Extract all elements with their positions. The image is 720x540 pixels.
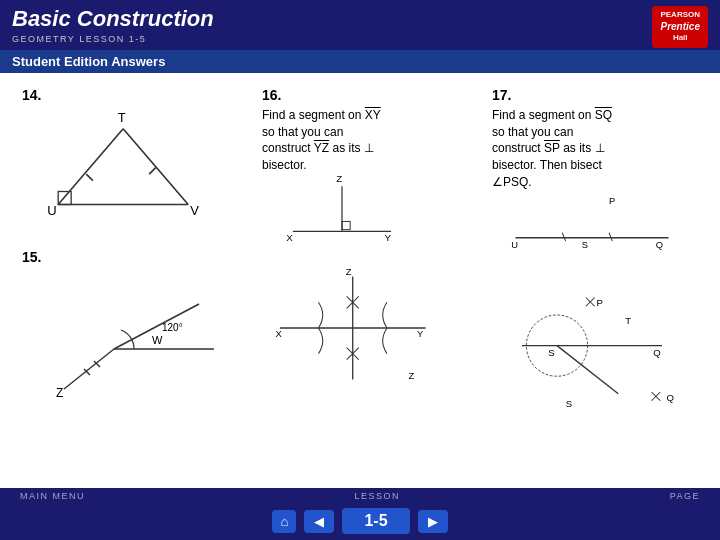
svg-text:W: W: [152, 334, 163, 346]
column-1: 14. T U V 15.: [14, 83, 254, 493]
svg-text:Z: Z: [336, 174, 342, 184]
footer-buttons: ⌂ ◀ 1-5 ▶: [0, 504, 720, 540]
svg-text:Y: Y: [417, 328, 424, 339]
svg-text:Z: Z: [408, 370, 414, 381]
lesson-label: LESSON: [355, 491, 401, 501]
content-area: 14. T U V 15.: [0, 73, 720, 503]
svg-text:Q: Q: [666, 392, 674, 403]
svg-text:Z: Z: [56, 386, 63, 399]
problem-15: 15. W 120° Z: [14, 245, 254, 407]
prev-icon: ◀: [314, 514, 324, 529]
svg-text:Z: Z: [346, 268, 352, 277]
column-3: 17. Find a segment on SQ so that you can…: [484, 83, 714, 493]
problem-14: 14. T U V: [14, 83, 254, 245]
svg-line-1: [58, 128, 123, 204]
column-2: 16. Find a segment on XY so that you can…: [254, 83, 484, 493]
svg-text:S: S: [548, 347, 554, 358]
header: Basic Construction GEOMETRY LESSON 1-5 P…: [0, 0, 720, 50]
page-label: PAGE: [670, 491, 700, 501]
svg-line-41: [557, 345, 618, 393]
svg-text:Y: Y: [385, 232, 392, 243]
svg-text:S: S: [582, 240, 588, 250]
page-number-badge: 1-5: [342, 508, 409, 534]
lesson-subtitle: GEOMETRY LESSON 1-5: [12, 34, 214, 44]
prev-button[interactable]: ◀: [304, 510, 334, 533]
svg-line-39: [609, 232, 612, 241]
main-menu-label: MAIN MENU: [20, 491, 85, 501]
diagram-15: W 120° Z: [22, 269, 246, 399]
svg-text:P: P: [609, 196, 615, 206]
footer: MAIN MENU LESSON PAGE ⌂ ◀ 1-5 ▶: [0, 488, 720, 540]
svg-text:Q: Q: [653, 347, 661, 358]
diagram-17a: P U S Q: [492, 191, 692, 276]
problem-17: 17. Find a segment on SQ so that you can…: [484, 83, 714, 428]
svg-line-2: [123, 128, 188, 204]
section-banner: Student Edition Answers: [0, 50, 720, 73]
problem-16: 16. Find a segment on XY so that you can…: [254, 83, 484, 396]
svg-text:U: U: [47, 203, 56, 218]
svg-line-10: [64, 349, 114, 389]
svg-line-4: [86, 174, 93, 181]
svg-text:U: U: [511, 240, 518, 250]
next-icon: ▶: [428, 514, 438, 529]
pearson-logo: PEARSON Prentice Hall: [652, 6, 708, 48]
svg-text:Q: Q: [656, 240, 663, 250]
diagram-16a: Z X Y: [262, 174, 422, 264]
diagram-14: T U V: [22, 107, 246, 237]
svg-text:T: T: [625, 315, 631, 326]
svg-line-5: [149, 167, 156, 173]
footer-nav: MAIN MENU LESSON PAGE: [0, 488, 720, 504]
svg-text:X: X: [276, 328, 283, 339]
svg-line-38: [562, 232, 565, 241]
svg-text:P: P: [596, 297, 602, 308]
diagram-16b: X Y Z Z: [262, 268, 452, 388]
svg-text:X: X: [286, 232, 293, 243]
diagram-17b: P T S Q S Q: [492, 280, 692, 420]
svg-rect-22: [342, 221, 350, 229]
next-button[interactable]: ▶: [418, 510, 448, 533]
page-title: Basic Construction: [12, 6, 214, 32]
svg-text:S: S: [566, 398, 572, 409]
svg-text:T: T: [118, 110, 126, 125]
svg-text:V: V: [190, 203, 199, 218]
home-button[interactable]: ⌂: [272, 510, 296, 533]
svg-text:120°: 120°: [162, 322, 183, 333]
home-icon: ⌂: [280, 514, 288, 529]
